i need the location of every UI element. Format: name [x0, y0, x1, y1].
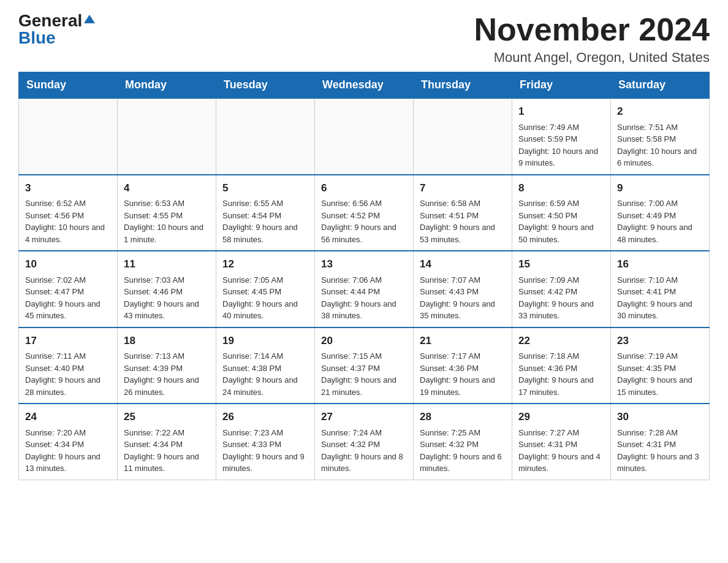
- calendar-cell: 20Sunrise: 7:15 AMSunset: 4:37 PMDayligh…: [315, 327, 414, 404]
- day-number: 22: [518, 333, 604, 349]
- day-number: 7: [420, 180, 506, 196]
- calendar-cell: 9Sunrise: 7:00 AMSunset: 4:49 PMDaylight…: [611, 175, 710, 251]
- weekday-header-monday: Monday: [118, 72, 216, 99]
- day-info: Sunrise: 7:51 AMSunset: 5:58 PMDaylight:…: [617, 121, 703, 169]
- weekday-header-row: SundayMondayTuesdayWednesdayThursdayFrid…: [19, 72, 710, 99]
- day-number: 18: [124, 333, 210, 349]
- calendar-cell: 1Sunrise: 7:49 AMSunset: 5:59 PMDaylight…: [512, 98, 611, 175]
- calendar-cell: 23Sunrise: 7:19 AMSunset: 4:35 PMDayligh…: [611, 327, 710, 404]
- day-number: 20: [321, 333, 407, 349]
- calendar-cell: 22Sunrise: 7:18 AMSunset: 4:36 PMDayligh…: [512, 327, 611, 404]
- calendar-cell: 27Sunrise: 7:24 AMSunset: 4:32 PMDayligh…: [315, 404, 414, 480]
- calendar-cell: [118, 98, 216, 175]
- calendar-cell: [315, 98, 414, 175]
- day-info: Sunrise: 7:07 AMSunset: 4:43 PMDaylight:…: [420, 274, 506, 322]
- day-info: Sunrise: 7:06 AMSunset: 4:44 PMDaylight:…: [321, 274, 407, 322]
- weekday-header-sunday: Sunday: [19, 72, 118, 99]
- title-block: November 2024 Mount Angel, Oregon, Unite…: [474, 12, 710, 66]
- calendar-cell: 10Sunrise: 7:02 AMSunset: 4:47 PMDayligh…: [19, 251, 118, 327]
- day-info: Sunrise: 7:49 AMSunset: 5:59 PMDaylight:…: [518, 121, 604, 169]
- day-number: 8: [518, 180, 604, 196]
- day-number: 11: [124, 256, 210, 272]
- day-info: Sunrise: 7:23 AMSunset: 4:33 PMDaylight:…: [222, 427, 308, 475]
- day-number: 13: [321, 256, 407, 272]
- day-number: 4: [124, 180, 210, 196]
- day-info: Sunrise: 6:59 AMSunset: 4:50 PMDaylight:…: [518, 197, 604, 245]
- day-info: Sunrise: 7:11 AMSunset: 4:40 PMDaylight:…: [25, 350, 111, 398]
- day-info: Sunrise: 7:25 AMSunset: 4:32 PMDaylight:…: [420, 427, 506, 475]
- calendar-cell: 17Sunrise: 7:11 AMSunset: 4:40 PMDayligh…: [19, 327, 118, 404]
- calendar-cell: 25Sunrise: 7:22 AMSunset: 4:34 PMDayligh…: [118, 404, 216, 480]
- day-number: 16: [617, 256, 703, 272]
- calendar-cell: [414, 98, 512, 175]
- day-info: Sunrise: 7:09 AMSunset: 4:42 PMDaylight:…: [518, 274, 604, 322]
- day-number: 19: [222, 333, 308, 349]
- day-number: 3: [25, 180, 111, 196]
- day-number: 10: [25, 256, 111, 272]
- weekday-header-thursday: Thursday: [414, 72, 512, 99]
- week-row-4: 17Sunrise: 7:11 AMSunset: 4:40 PMDayligh…: [19, 327, 710, 404]
- week-row-3: 10Sunrise: 7:02 AMSunset: 4:47 PMDayligh…: [19, 251, 710, 327]
- calendar-cell: 30Sunrise: 7:28 AMSunset: 4:31 PMDayligh…: [611, 404, 710, 480]
- day-number: 27: [321, 409, 407, 425]
- day-info: Sunrise: 6:53 AMSunset: 4:55 PMDaylight:…: [124, 197, 210, 245]
- day-number: 17: [25, 333, 111, 349]
- day-info: Sunrise: 7:02 AMSunset: 4:47 PMDaylight:…: [25, 274, 111, 322]
- day-number: 21: [420, 333, 506, 349]
- logo: General Blue: [18, 12, 95, 47]
- calendar-cell: [216, 98, 315, 175]
- day-number: 26: [222, 409, 308, 425]
- day-info: Sunrise: 7:20 AMSunset: 4:34 PMDaylight:…: [25, 427, 111, 475]
- day-info: Sunrise: 7:27 AMSunset: 4:31 PMDaylight:…: [518, 427, 604, 475]
- day-info: Sunrise: 7:24 AMSunset: 4:32 PMDaylight:…: [321, 427, 407, 475]
- day-number: 25: [124, 409, 210, 425]
- calendar-cell: 11Sunrise: 7:03 AMSunset: 4:46 PMDayligh…: [118, 251, 216, 327]
- weekday-header-friday: Friday: [512, 72, 611, 99]
- page-header: General Blue November 2024 Mount Angel, …: [18, 12, 710, 66]
- day-number: 29: [518, 409, 604, 425]
- day-info: Sunrise: 7:18 AMSunset: 4:36 PMDaylight:…: [518, 350, 604, 398]
- week-row-2: 3Sunrise: 6:52 AMSunset: 4:56 PMDaylight…: [19, 175, 710, 251]
- day-number: 9: [617, 180, 703, 196]
- calendar-cell: 26Sunrise: 7:23 AMSunset: 4:33 PMDayligh…: [216, 404, 315, 480]
- week-row-5: 24Sunrise: 7:20 AMSunset: 4:34 PMDayligh…: [19, 404, 710, 480]
- week-row-1: 1Sunrise: 7:49 AMSunset: 5:59 PMDaylight…: [19, 98, 710, 175]
- day-info: Sunrise: 7:14 AMSunset: 4:38 PMDaylight:…: [222, 350, 308, 398]
- logo-triangle-icon: [84, 13, 95, 25]
- day-number: 5: [222, 180, 308, 196]
- day-info: Sunrise: 7:17 AMSunset: 4:36 PMDaylight:…: [420, 350, 506, 398]
- svg-marker-0: [84, 15, 95, 23]
- day-info: Sunrise: 7:22 AMSunset: 4:34 PMDaylight:…: [124, 427, 210, 475]
- calendar-cell: 18Sunrise: 7:13 AMSunset: 4:39 PMDayligh…: [118, 327, 216, 404]
- day-info: Sunrise: 7:10 AMSunset: 4:41 PMDaylight:…: [617, 274, 703, 322]
- day-number: 6: [321, 180, 407, 196]
- day-info: Sunrise: 7:00 AMSunset: 4:49 PMDaylight:…: [617, 197, 703, 245]
- weekday-header-saturday: Saturday: [611, 72, 710, 99]
- calendar-cell: 7Sunrise: 6:58 AMSunset: 4:51 PMDaylight…: [414, 175, 512, 251]
- calendar-cell: 3Sunrise: 6:52 AMSunset: 4:56 PMDaylight…: [19, 175, 118, 251]
- day-info: Sunrise: 6:55 AMSunset: 4:54 PMDaylight:…: [222, 197, 308, 245]
- calendar-cell: 12Sunrise: 7:05 AMSunset: 4:45 PMDayligh…: [216, 251, 315, 327]
- calendar-cell: 28Sunrise: 7:25 AMSunset: 4:32 PMDayligh…: [414, 404, 512, 480]
- logo-blue-text: Blue: [18, 29, 56, 47]
- day-number: 30: [617, 409, 703, 425]
- weekday-header-wednesday: Wednesday: [315, 72, 414, 99]
- calendar-cell: 21Sunrise: 7:17 AMSunset: 4:36 PMDayligh…: [414, 327, 512, 404]
- day-number: 2: [617, 104, 703, 120]
- weekday-header-tuesday: Tuesday: [216, 72, 315, 99]
- calendar-cell: 13Sunrise: 7:06 AMSunset: 4:44 PMDayligh…: [315, 251, 414, 327]
- day-number: 24: [25, 409, 111, 425]
- day-number: 1: [518, 104, 604, 120]
- location-title: Mount Angel, Oregon, United States: [474, 50, 710, 66]
- day-info: Sunrise: 7:15 AMSunset: 4:37 PMDaylight:…: [321, 350, 407, 398]
- day-info: Sunrise: 7:19 AMSunset: 4:35 PMDaylight:…: [617, 350, 703, 398]
- day-info: Sunrise: 7:13 AMSunset: 4:39 PMDaylight:…: [124, 350, 210, 398]
- day-info: Sunrise: 6:58 AMSunset: 4:51 PMDaylight:…: [420, 197, 506, 245]
- day-info: Sunrise: 7:03 AMSunset: 4:46 PMDaylight:…: [124, 274, 210, 322]
- calendar-cell: 2Sunrise: 7:51 AMSunset: 5:58 PMDaylight…: [611, 98, 710, 175]
- calendar-cell: 16Sunrise: 7:10 AMSunset: 4:41 PMDayligh…: [611, 251, 710, 327]
- calendar-cell: [19, 98, 118, 175]
- day-number: 28: [420, 409, 506, 425]
- day-info: Sunrise: 6:56 AMSunset: 4:52 PMDaylight:…: [321, 197, 407, 245]
- calendar-cell: 15Sunrise: 7:09 AMSunset: 4:42 PMDayligh…: [512, 251, 611, 327]
